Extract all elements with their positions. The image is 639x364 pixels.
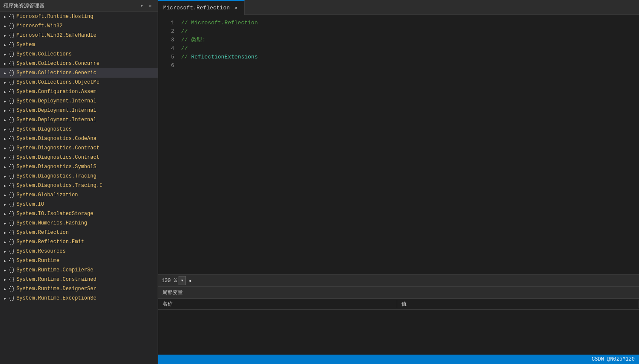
tree-expand-arrow[interactable]: ▶ — [2, 210, 9, 217]
tree-item[interactable]: ▶{}System.Deployment.Internal — [0, 106, 158, 115]
tree-item[interactable]: ▶{}System.Runtime — [0, 256, 158, 265]
tree-expand-arrow[interactable]: ▶ — [2, 23, 9, 29]
tree-item[interactable]: ▶{}System.Globalization — [0, 190, 158, 200]
tree-expand-arrow[interactable]: ▶ — [2, 201, 9, 208]
tree-expand-arrow[interactable]: ▶ — [2, 192, 9, 198]
namespace-icon: {} — [9, 98, 15, 104]
tree-item[interactable]: ▶{}System.Runtime.CompilerSe — [0, 265, 158, 275]
namespace-icon: {} — [9, 258, 15, 264]
tree-expand-arrow[interactable]: ▶ — [2, 126, 9, 133]
namespace-icon: {} — [9, 89, 15, 95]
tree-expand-arrow[interactable]: ▶ — [2, 32, 9, 39]
tree-expand-arrow[interactable]: ▶ — [2, 13, 9, 20]
tree-expand-arrow[interactable]: ▶ — [2, 116, 9, 123]
tree-item[interactable]: ▶{}Microsoft.Runtime.Hosting — [0, 12, 158, 21]
tree-item[interactable]: ▶{}System.Collections.ObjectMo — [0, 78, 158, 87]
tree-item-label: System.Runtime.CompilerSe — [16, 267, 93, 273]
tree-item[interactable]: ▶{}System.IO.IsolatedStorage — [0, 209, 158, 218]
tree-item[interactable]: ▶{}System.Diagnostics.Contract — [0, 153, 158, 162]
namespace-icon: {} — [9, 230, 15, 236]
tree-expand-arrow[interactable]: ▶ — [2, 88, 9, 95]
tree-item[interactable]: ▶{}System.Resources — [0, 247, 158, 256]
tree-expand-arrow[interactable]: ▶ — [2, 98, 9, 105]
tree-item[interactable]: ▶{}System.Deployment.Internal — [0, 96, 158, 106]
tree-item[interactable]: ▶{}System.Runtime.DesignerSer — [0, 284, 158, 294]
tree-item[interactable]: ▶{}System.Diagnostics — [0, 125, 158, 134]
tree-item[interactable]: ▶{}System.Collections.Concurre — [0, 59, 158, 68]
tree-expand-arrow[interactable]: ▶ — [2, 239, 9, 245]
tree-expand-arrow[interactable]: ▶ — [2, 257, 9, 264]
tree-item[interactable]: ▶{}System.Collections — [0, 50, 158, 59]
tree-item[interactable]: ▶{}System.Diagnostics.CodeAna — [0, 134, 158, 143]
tree-item[interactable]: ▶{}System.Diagnostics.Contract — [0, 143, 158, 153]
tree-item[interactable]: ▶{}System.Collections.Generic — [0, 68, 158, 78]
tree-expand-arrow[interactable]: ▶ — [2, 51, 9, 58]
tree-expand-arrow[interactable]: ▶ — [2, 79, 9, 86]
tree-expand-arrow[interactable]: ▶ — [2, 220, 9, 227]
tree-item[interactable]: ▶{}System.Deployment.Internal — [0, 115, 158, 125]
col-header-name: 名称 — [158, 300, 397, 308]
namespace-icon: {} — [9, 267, 15, 273]
namespace-icon: {} — [9, 79, 15, 85]
right-panel: Microsoft.Reflection ✕ 1// Microsoft.Ref… — [158, 0, 639, 364]
tree-expand-arrow[interactable]: ▶ — [2, 276, 9, 283]
panel-dropdown-btn[interactable]: ▾ — [138, 2, 146, 10]
tree-expand-arrow[interactable]: ▶ — [2, 285, 9, 292]
tree-item[interactable]: ▶{}System.Configuration.Assem — [0, 87, 158, 96]
tab-close-btn[interactable]: ✕ — [232, 4, 239, 11]
tree-item[interactable]: ▶{}System.Diagnostics.Tracing.I — [0, 181, 158, 190]
tab-bar: Microsoft.Reflection ✕ — [158, 0, 639, 15]
line-content: // — [181, 45, 188, 52]
col-header-value: 值 — [397, 300, 639, 308]
tree-item[interactable]: ▶{}System.IO — [0, 200, 158, 209]
zoom-dropdown[interactable]: ▾ — [179, 276, 186, 285]
tree-item-label: System.Reflection — [16, 230, 68, 236]
tree-item[interactable]: ▶{}System — [0, 40, 158, 50]
tree-item[interactable]: ▶{}Microsoft.Win32.SafeHandle — [0, 31, 158, 40]
tab-microsoft-reflection[interactable]: Microsoft.Reflection ✕ — [158, 0, 245, 15]
tree-item-label: System.Reflection.Emit — [16, 239, 84, 245]
namespace-icon: {} — [9, 51, 15, 57]
zoom-bar: 100 % ▾ ◀ — [158, 274, 639, 286]
tree-item-label: System — [16, 42, 35, 48]
tree-item[interactable]: ▶{}System.Numerics.Hashing — [0, 218, 158, 228]
tree-expand-arrow[interactable]: ▶ — [2, 182, 9, 189]
tree-expand-arrow[interactable]: ▶ — [2, 60, 9, 67]
tree-item-label: System.Diagnostics.Tracing — [16, 173, 96, 179]
namespace-icon: {} — [9, 220, 15, 226]
namespace-icon: {} — [9, 42, 15, 48]
tree-item[interactable]: ▶{}Microsoft.Win32 — [0, 21, 158, 31]
tree-item[interactable]: ▶{}System.Reflection.Emit — [0, 237, 158, 247]
tree-item-label: System.Collections — [16, 51, 72, 57]
tree-expand-arrow[interactable]: ▶ — [2, 145, 9, 151]
tree-expand-arrow[interactable]: ▶ — [2, 267, 9, 274]
tree-expand-arrow[interactable]: ▶ — [2, 107, 9, 114]
tree-item-label: System.Runtime.ExceptionSe — [16, 295, 96, 301]
code-line: 6 — [158, 61, 639, 70]
tree-item[interactable]: ▶{}System.Diagnostics.SymbolS — [0, 162, 158, 172]
tree-expand-arrow[interactable]: ▶ — [2, 154, 9, 161]
tree-item[interactable]: ▶{}System.Runtime.Constrained — [0, 275, 158, 284]
tree-expand-arrow[interactable]: ▶ — [2, 248, 9, 255]
code-editor[interactable]: 1// Microsoft.Reflection2//3// 类型:4//5//… — [158, 15, 639, 274]
tree-expand-arrow[interactable]: ▶ — [2, 70, 9, 76]
namespace-icon: {} — [9, 23, 15, 29]
tree-expand-arrow[interactable]: ▶ — [2, 295, 9, 302]
tree-expand-arrow[interactable]: ▶ — [2, 229, 9, 236]
tree-item[interactable]: ▶{}System.Reflection — [0, 228, 158, 237]
tree-expand-arrow[interactable]: ▶ — [2, 163, 9, 170]
namespace-icon: {} — [9, 108, 15, 114]
tree-list[interactable]: ▶{}Microsoft.Runtime.Hosting▶{}Microsoft… — [0, 12, 158, 364]
namespace-icon: {} — [9, 173, 15, 179]
zoom-scroll-arrow[interactable]: ◀ — [188, 277, 192, 284]
line-number: 6 — [161, 62, 174, 69]
namespace-icon: {} — [9, 192, 15, 198]
tree-expand-arrow[interactable]: ▶ — [2, 173, 9, 180]
panel-close-btn[interactable]: ✕ — [147, 2, 154, 10]
tree-expand-arrow[interactable]: ▶ — [2, 135, 9, 142]
tree-expand-arrow[interactable]: ▶ — [2, 41, 9, 48]
tree-item[interactable]: ▶{}System.Runtime.ExceptionSe — [0, 294, 158, 303]
line-content: // — [181, 28, 188, 35]
tree-item-label: System.IO.IsolatedStorage — [16, 211, 93, 217]
tree-item[interactable]: ▶{}System.Diagnostics.Tracing — [0, 172, 158, 181]
